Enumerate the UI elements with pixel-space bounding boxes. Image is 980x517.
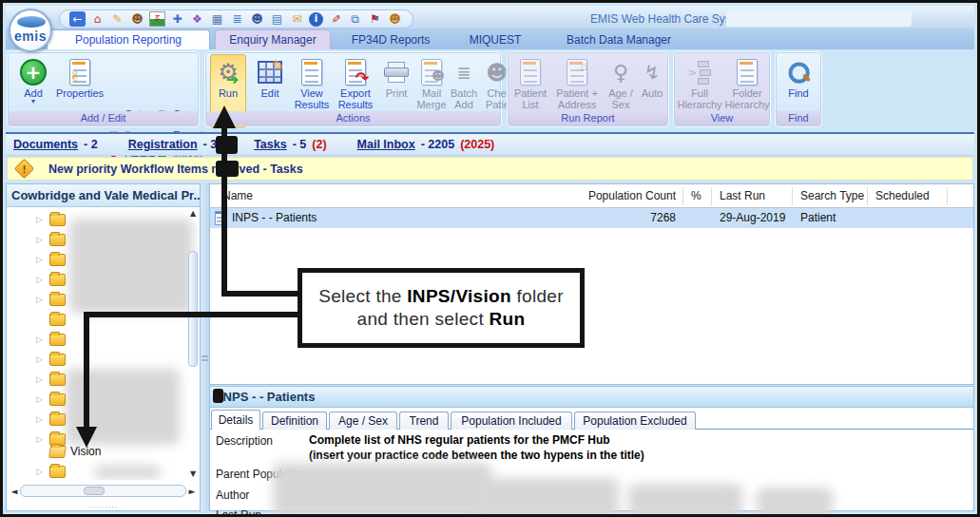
column-last-run[interactable]: Last Run [720, 184, 765, 208]
users-icon[interactable]: ☻ [249, 11, 265, 27]
description-label: Description [216, 434, 273, 448]
move-cross-icon[interactable]: ✚ [169, 11, 185, 27]
user-status-icon[interactable]: ☻ [387, 11, 403, 27]
user-search-icon[interactable]: ☻ [129, 11, 145, 27]
hscroll-thumb[interactable] [84, 487, 105, 495]
purple-module-icon[interactable]: ❖ [189, 11, 205, 27]
tree-folder-row[interactable]: ▷ [7, 271, 66, 288]
expand-icon[interactable]: ▷ [36, 467, 49, 476]
envelope-icon[interactable]: ✉ [289, 11, 305, 27]
expand-icon[interactable]: ▷ [36, 394, 49, 404]
expand-icon[interactable]: ▷ [36, 374, 49, 384]
expand-icon[interactable]: ▷ [36, 235, 49, 244]
column-scheduled[interactable]: Scheduled [875, 184, 930, 208]
tree-folder-row[interactable]: ▷ [7, 463, 66, 480]
open-folder-icon [48, 446, 67, 458]
workflow-notification-bar[interactable]: New priority Workflow Items received - T… [7, 157, 973, 181]
tree-folder-row[interactable]: ▷ [7, 251, 66, 268]
tree-folder-row[interactable]: ▷ [7, 331, 66, 348]
expand-icon[interactable]: ▷ [36, 275, 49, 284]
column-population-count[interactable]: Population Count [495, 184, 676, 208]
column-search-type[interactable]: Search Type [800, 184, 864, 208]
ribbon: + Add ▾ ✌ Properties ✂Cut ▤Paste ✘Delete… [6, 49, 974, 130]
red-pen-icon[interactable]: ✎ [328, 11, 343, 28]
resize-grip[interactable]: ......... [7, 500, 200, 509]
tasks-link[interactable]: Tasks - 5 (2) [254, 138, 326, 151]
tab-details[interactable]: Details [211, 410, 260, 430]
tab-batch-data-manager[interactable]: Batch Data Manager [548, 29, 690, 49]
mail-inbox-link[interactable]: Mail Inbox - 2205 (2025) [357, 138, 495, 151]
tree-folder-row[interactable]: ▷ [7, 291, 66, 308]
document-icon[interactable]: ▤ [269, 11, 285, 27]
expand-icon[interactable]: ▷ [36, 255, 49, 264]
tree-vertical-scrollbar[interactable]: ▲ ▼ [187, 209, 199, 478]
tab-enquiry-manager[interactable]: Enquiry Manager [215, 29, 331, 49]
expand-icon[interactable]: ▷ [36, 215, 49, 224]
edit-pencil-icon[interactable]: ✎ [109, 11, 125, 27]
folder-hierarchy-button[interactable]: Folder Hierarchy [723, 55, 771, 114]
expand-icon[interactable]: ▷ [36, 335, 49, 344]
tab-population-reporting[interactable]: Population Reporting [47, 29, 210, 49]
print-button[interactable]: Print [378, 55, 414, 114]
calendar-clock-icon[interactable]: ▦ [209, 11, 225, 27]
registration-link[interactable]: Registration - 30 [128, 138, 223, 151]
find-button[interactable]: Find [779, 55, 817, 114]
folder-hierarchy-icon [723, 57, 771, 87]
tree-folder-row[interactable]: ▷ [7, 351, 66, 368]
tab-fp34d-reports[interactable]: FP34D Reports [338, 29, 443, 49]
mail-merge-button[interactable]: ☻ Mail Merge [413, 55, 451, 114]
scroll-left-icon[interactable]: ◄ [9, 487, 20, 496]
patient-address-button[interactable]: ⌂ Patient + Address [551, 55, 603, 114]
age-sex-button[interactable]: ♀ Age / Sex [603, 55, 639, 114]
tree-folder-row[interactable]: ▷ [7, 371, 66, 388]
emis-logo[interactable]: emis [9, 9, 52, 52]
tree-folder-row[interactable]: ▷ [7, 391, 66, 408]
tree-folder-row[interactable]: ▷ [7, 411, 66, 428]
edit-button[interactable]: ✎ Edit [251, 55, 289, 114]
expand-icon[interactable]: ▷ [36, 414, 49, 424]
expand-icon[interactable]: ▷ [36, 354, 49, 364]
scroll-up-icon[interactable]: ▲ [188, 209, 198, 218]
back-icon[interactable]: ← [69, 11, 86, 27]
qat-customize-icon[interactable]: ▾ [375, 13, 379, 23]
tree-horizontal-scrollbar[interactable]: ◄ ► [9, 483, 198, 499]
scroll-down-icon[interactable]: ▼ [188, 469, 198, 478]
export-results-button[interactable]: ↷ Export Results ▾ [333, 55, 378, 114]
tree-folder-row[interactable]: ▷ [7, 211, 66, 228]
auto-button[interactable]: ↯ Auto [637, 55, 667, 114]
tab-population-included[interactable]: Population Included [451, 412, 572, 430]
emis-logo-swoosh [17, 16, 46, 28]
table-row-inps-patients[interactable]: INPS - - Patients 7268 29-Aug-2019 Patie… [210, 208, 973, 228]
scrollbar-thumb[interactable] [188, 251, 198, 367]
add-button[interactable]: + Add ▾ [13, 55, 53, 114]
home-icon[interactable]: ⌂ [89, 11, 106, 27]
tree-folder-row[interactable] [7, 311, 66, 328]
full-hierarchy-button[interactable]: > Full Hierarchy [676, 55, 723, 114]
view-results-button[interactable]: View Results [291, 55, 333, 114]
folder-icon [49, 314, 66, 326]
tab-age-sex[interactable]: Age / Sex [329, 412, 397, 430]
tab-trend[interactable]: Trend [399, 412, 449, 430]
info-icon[interactable]: i [309, 12, 323, 27]
tab-definition[interactable]: Definition [262, 412, 327, 430]
scroll-right-icon[interactable]: ► [186, 487, 198, 496]
document-search-icon[interactable]: ⧉ [347, 11, 363, 27]
folder-icon [49, 254, 66, 266]
properties-button[interactable]: ✌ Properties [55, 55, 105, 114]
column-percent[interactable]: % [691, 184, 701, 208]
welsh-flag-icon[interactable]: ᘔ [149, 11, 165, 27]
tree-folder-row[interactable]: ▷ [7, 231, 66, 248]
tab-miquest[interactable]: MIQUEST [454, 29, 536, 49]
tab-population-excluded[interactable]: Population Excluded [574, 412, 696, 430]
folder-icon [49, 413, 66, 426]
add-dropdown-caret[interactable]: ▾ [13, 99, 53, 105]
panel-splitter[interactable] [201, 183, 209, 511]
documents-link[interactable]: Documents - 2 [13, 138, 98, 151]
folder-tree[interactable]: ▷ ▷ ▷ ▷ ▷ ▷ ▷ ▷ ▷ ▷ ▷ Vision ▷ [7, 207, 200, 480]
hscroll-track[interactable] [20, 485, 186, 497]
batch-add-button[interactable]: ≣ Batch Add ▾ [447, 55, 481, 114]
view-results-icon [291, 57, 333, 87]
document-list-icon[interactable]: ≣ [229, 11, 245, 27]
patient-list-button[interactable]: Patient List [510, 55, 550, 114]
expand-icon[interactable]: ▷ [36, 295, 49, 304]
